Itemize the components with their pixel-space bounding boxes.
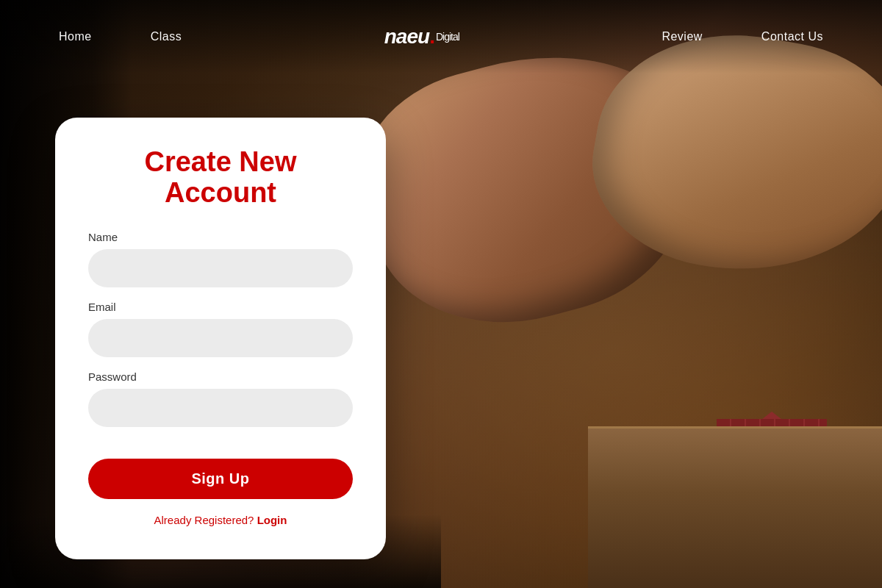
nav-right-links: Review Contact Us [662, 30, 823, 43]
logo-text-main: naeu [384, 25, 429, 49]
form-title: Create New Account [88, 147, 353, 209]
nav-review-link[interactable]: Review [662, 30, 702, 43]
signup-form-card: Create New Account Name Email Password S… [55, 118, 386, 559]
nav-contact-link[interactable]: Contact Us [761, 30, 823, 43]
nav-logo[interactable]: naeu.Digital [384, 25, 459, 49]
name-field-group: Name [88, 231, 353, 287]
logo-text-digital: Digital [436, 31, 459, 43]
email-label: Email [88, 301, 353, 313]
nav-left-links: Home Class [59, 30, 182, 43]
password-input[interactable] [88, 389, 353, 427]
password-label: Password [88, 370, 353, 383]
navbar: Home Class naeu.Digital Review Contact U… [0, 0, 882, 74]
login-link[interactable]: Login [257, 514, 287, 526]
name-input[interactable] [88, 249, 353, 287]
logo-dot: . [429, 25, 434, 49]
nav-home-link[interactable]: Home [59, 30, 92, 43]
background-visual [331, 0, 882, 588]
signup-button[interactable]: Sign Up [88, 459, 353, 499]
already-registered-text: Already Registered? Login [88, 514, 353, 526]
form-title-line2: Account [165, 177, 276, 208]
password-field-group: Password [88, 370, 353, 427]
form-title-line1: Create New [145, 146, 297, 177]
name-label: Name [88, 231, 353, 243]
already-registered-label: Already Registered? [154, 514, 254, 526]
email-input[interactable] [88, 319, 353, 357]
email-field-group: Email [88, 301, 353, 357]
table-surface [588, 426, 882, 588]
nav-class-link[interactable]: Class [151, 30, 182, 43]
